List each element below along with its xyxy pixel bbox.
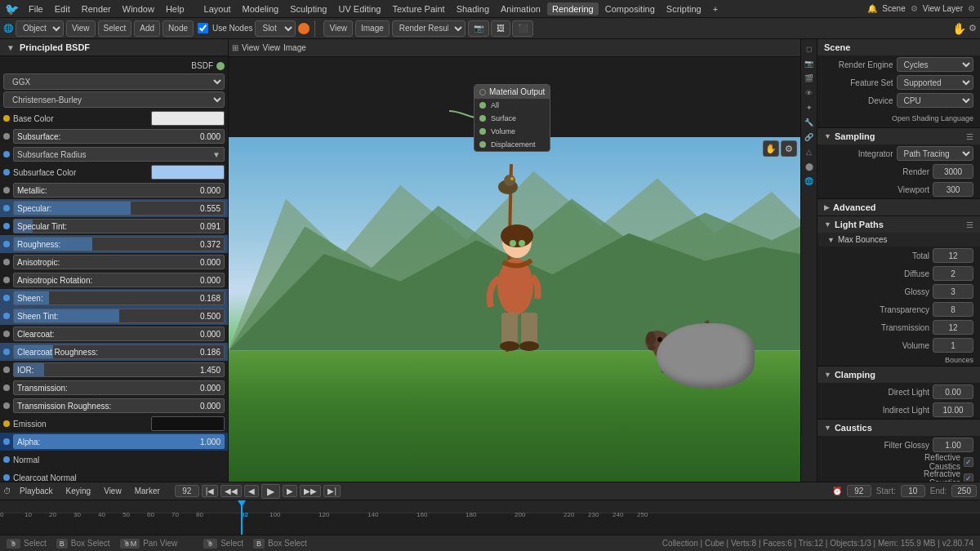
play-btn[interactable]: ▶ bbox=[261, 484, 280, 499]
viewport-settings-btn[interactable]: ⚙ bbox=[781, 140, 797, 157]
mode-select[interactable]: Object bbox=[16, 20, 64, 37]
glossy-bounces-input[interactable]: 3 bbox=[933, 284, 973, 299]
indirect-light-input[interactable]: 10.00 bbox=[933, 402, 973, 417]
viewport-cursor-btn[interactable]: ✋ bbox=[763, 140, 779, 157]
clearcoat-bar[interactable]: Clearcoat: 0.000 bbox=[13, 327, 225, 341]
keying-menu[interactable]: Keying bbox=[61, 485, 96, 497]
tab-modeling[interactable]: Modeling bbox=[238, 2, 284, 16]
side-icon-constraints[interactable]: 🔗 bbox=[803, 131, 816, 144]
diffuse-bounces-input[interactable]: 2 bbox=[933, 266, 973, 281]
next-keyframe-btn[interactable]: ▶ bbox=[283, 485, 297, 497]
start-frame[interactable]: 10 bbox=[901, 485, 925, 497]
transparency-bounces-input[interactable]: 8 bbox=[933, 302, 973, 317]
tab-texture-paint[interactable]: Texture Paint bbox=[387, 2, 449, 16]
bsdf-collapse-arrow[interactable]: ▼ bbox=[7, 43, 15, 52]
tab-compositing[interactable]: Compositing bbox=[600, 2, 660, 16]
integrator-select[interactable]: Path Tracing bbox=[897, 146, 974, 161]
max-bounces-header[interactable]: ▼ Max Bounces bbox=[817, 233, 980, 247]
emission-swatch[interactable] bbox=[151, 416, 225, 431]
alpha-bar[interactable]: Alpha: 1.000 bbox=[13, 434, 225, 449]
settings-icon[interactable]: ⚙ bbox=[969, 23, 977, 33]
tab-layout[interactable]: Layout bbox=[199, 2, 236, 16]
caustics-header[interactable]: ▼ Caustics bbox=[817, 420, 980, 436]
anisotropic-bar[interactable]: Anisotropic: 0.000 bbox=[13, 255, 225, 269]
marker-menu[interactable]: Marker bbox=[130, 485, 165, 497]
volume-bounces-input[interactable]: 1 bbox=[933, 338, 973, 353]
menu-help[interactable]: Help bbox=[161, 2, 189, 16]
current-frame-display[interactable]: 92 bbox=[175, 485, 199, 497]
transmission-roughness-bar[interactable]: Transmission Roughness: 0.000 bbox=[13, 398, 225, 413]
metallic-bar[interactable]: Metallic: 0.000 bbox=[13, 183, 225, 198]
menu-edit[interactable]: Edit bbox=[50, 2, 75, 16]
ior-bar[interactable]: IOR: 1.450 bbox=[13, 362, 225, 377]
subsurface-color-swatch[interactable] bbox=[151, 165, 225, 180]
render-samples-input[interactable]: 3000 bbox=[933, 164, 973, 179]
filter-glossy-input[interactable]: 1.00 bbox=[933, 438, 973, 452]
render-icon2-btn[interactable]: 🖼 bbox=[491, 20, 510, 37]
view-btn[interactable]: View bbox=[66, 20, 96, 37]
transmission-bounces-input[interactable]: 12 bbox=[933, 320, 973, 335]
tab-add[interactable]: + bbox=[708, 2, 723, 16]
feature-set-select[interactable]: Supported bbox=[897, 75, 974, 90]
subsurface-bar[interactable]: Subsurface: 0.000 bbox=[13, 129, 225, 144]
current-frame-right[interactable]: 92 bbox=[847, 485, 871, 497]
side-icon-material[interactable]: ⬤ bbox=[803, 160, 816, 173]
view-menu[interactable]: View bbox=[99, 485, 127, 497]
use-nodes-checkbox[interactable] bbox=[198, 23, 208, 33]
tab-shading[interactable]: Shading bbox=[452, 2, 494, 16]
blender-logo[interactable]: 🐦 bbox=[5, 2, 19, 16]
light-paths-header[interactable]: ▼ Light Paths ☰ bbox=[817, 216, 980, 233]
ggx-select[interactable]: GGX bbox=[3, 73, 225, 90]
refractive-caustics-checkbox[interactable]: ✓ bbox=[964, 473, 973, 482]
roughness-bar[interactable]: Roughness: 0.372 bbox=[13, 237, 225, 251]
sheen-bar[interactable]: Sheen: 0.168 bbox=[13, 291, 225, 305]
tab-sculpting[interactable]: Sculpting bbox=[285, 2, 332, 16]
menu-window[interactable]: Window bbox=[118, 2, 159, 16]
clamping-header[interactable]: ▼ Clamping bbox=[817, 367, 980, 383]
tab-rendering[interactable]: Rendering bbox=[547, 2, 599, 16]
view2-btn[interactable]: View bbox=[323, 20, 353, 37]
total-bounces-input[interactable]: 12 bbox=[933, 248, 973, 263]
timeline-ruler-area[interactable]: 0 10 20 30 40 50 60 70 80 92 100 120 140… bbox=[0, 500, 980, 535]
direct-light-input[interactable]: 0.00 bbox=[933, 384, 973, 399]
node-editor-select-label[interactable]: View bbox=[263, 43, 281, 52]
sheen-tint-bar[interactable]: Sheen Tint: 0.500 bbox=[13, 309, 225, 323]
menu-file[interactable]: File bbox=[24, 2, 48, 16]
sampling-menu[interactable]: ☰ bbox=[966, 132, 973, 141]
node-editor-image-label[interactable]: Image bbox=[283, 43, 306, 52]
side-icon-render[interactable]: 📷 bbox=[803, 57, 816, 70]
scene-name[interactable]: Scene bbox=[882, 4, 905, 13]
anisotropic-rotation-bar[interactable]: Anisotropic Rotation: 0.000 bbox=[13, 273, 225, 287]
select-btn[interactable]: Select bbox=[98, 20, 132, 37]
sampling-header[interactable]: ▼ Sampling ☰ bbox=[817, 128, 980, 144]
transmission-bar[interactable]: Transmission: 0.000 bbox=[13, 380, 225, 395]
slot-select[interactable]: Slot 1 bbox=[255, 20, 296, 37]
side-icon-particles[interactable]: ✦ bbox=[803, 101, 816, 114]
render-icon3-btn[interactable]: ⬛ bbox=[512, 20, 533, 37]
render-result-select[interactable]: Render Result bbox=[392, 20, 466, 37]
advanced-header[interactable]: ▶ Advanced bbox=[817, 199, 980, 216]
reflective-caustics-checkbox[interactable]: ✓ bbox=[964, 457, 973, 467]
jump-start-btn[interactable]: |◀ bbox=[202, 485, 219, 497]
menu-render[interactable]: Render bbox=[77, 2, 116, 16]
side-icon-data[interactable]: △ bbox=[803, 145, 816, 158]
render-icon-btn[interactable]: 📷 bbox=[468, 20, 489, 37]
light-paths-menu[interactable]: ☰ bbox=[966, 220, 973, 229]
subsurface-radius-bar[interactable]: Subsurface Radius ▼ bbox=[13, 147, 225, 162]
side-icon-physics[interactable]: 🔧 bbox=[803, 116, 816, 129]
node-editor-view-label[interactable]: View bbox=[242, 43, 260, 52]
image-btn[interactable]: Image bbox=[355, 20, 390, 37]
specular-tint-bar[interactable]: Specular Tint: 0.091 bbox=[13, 219, 225, 233]
side-icon-object[interactable]: ◻ bbox=[803, 42, 816, 56]
clearcoat-roughness-bar[interactable]: Clearcoat Roughness: 0.186 bbox=[13, 344, 225, 359]
render-engine-header[interactable]: Scene bbox=[817, 39, 980, 56]
end-frame[interactable]: 250 bbox=[951, 485, 977, 497]
specular-bar[interactable]: Specular: 0.555 bbox=[13, 201, 225, 216]
render-engine-select[interactable]: Cycles bbox=[897, 57, 974, 72]
add-btn[interactable]: Add bbox=[134, 20, 160, 37]
side-icon-world[interactable]: 🌐 bbox=[803, 175, 816, 188]
tab-scripting[interactable]: Scripting bbox=[662, 2, 706, 16]
device-select[interactable]: CPU bbox=[897, 93, 974, 108]
side-icon-view[interactable]: 👁 bbox=[803, 87, 816, 100]
side-icon-output[interactable]: 🎬 bbox=[803, 72, 816, 85]
